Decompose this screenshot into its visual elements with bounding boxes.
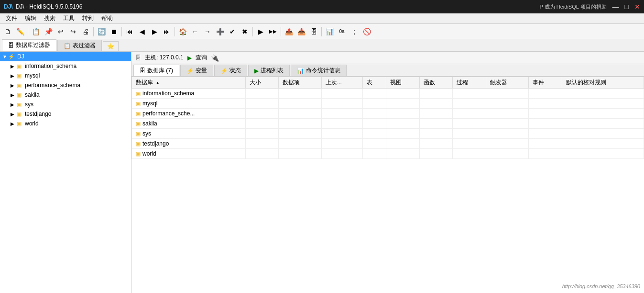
right-top-bar: 🗄 主机: 127.0.0.1 ▶ 查询 🔌: [131, 52, 644, 64]
col-triggers[interactable]: 触发器: [486, 77, 529, 89]
toolbar-run-sel-btn[interactable]: ▶▶: [267, 26, 279, 37]
col-tables[interactable]: 表: [363, 77, 386, 89]
right-tab-status[interactable]: ⚡ 状态: [214, 65, 247, 76]
col-funcs[interactable]: 函数: [419, 77, 452, 89]
table-row[interactable]: ▣world: [132, 149, 644, 159]
toolbar-chart-btn[interactable]: 📊: [324, 26, 335, 37]
toolbar-stop-btn[interactable]: ⏹: [108, 26, 120, 37]
right-tab-variables[interactable]: ⚡ 变量: [180, 65, 213, 76]
tab-table-filter[interactable]: 📋 表过滤器: [57, 40, 102, 51]
tree-item-sys[interactable]: ▶ ▣ sys: [8, 100, 131, 109]
main-layout: ▼ ⚡ DJ ▶ ▣ information_schema ▶ ▣ mysql …: [0, 52, 644, 293]
tree-item-information-schema[interactable]: ▶ ▣ information_schema: [8, 61, 131, 71]
db-data-cell: [486, 139, 529, 149]
toolbar-import-btn[interactable]: 📥: [295, 26, 307, 37]
db-data-cell: [529, 109, 562, 119]
query-label[interactable]: 查询: [196, 54, 207, 62]
toolbar-char-btn[interactable]: 0a: [336, 26, 348, 37]
table-row[interactable]: ▣sakila: [132, 119, 644, 129]
tree-icon-is: ▣: [15, 62, 23, 70]
db-filter-icon: 🗄: [8, 42, 14, 49]
right-tab-processlist[interactable]: ▶ 进程列表: [248, 65, 290, 76]
col-views[interactable]: 视图: [386, 77, 419, 89]
toolbar-prev-btn[interactable]: ◀: [136, 26, 148, 37]
toolbar-back-btn[interactable]: ←: [189, 26, 201, 37]
tree-root-dj[interactable]: ▼ ⚡ DJ: [0, 52, 131, 61]
tree-item-performance-schema[interactable]: ▶ ▣ performance_schema: [8, 80, 131, 90]
close-button[interactable]: ✕: [634, 3, 640, 11]
toolbar-undo-btn[interactable]: ↩: [55, 26, 66, 37]
col-items[interactable]: 数据项: [279, 77, 322, 89]
menu-edit[interactable]: 编辑: [21, 13, 40, 23]
toolbar-cancel-btn[interactable]: 🚫: [361, 26, 372, 37]
db-data-cell: [453, 129, 486, 139]
col-last[interactable]: 上次...: [321, 77, 362, 89]
toolbar-del-btn[interactable]: ✖: [239, 26, 251, 37]
col-collation[interactable]: 默认的校对规则: [562, 77, 644, 89]
toolbar-copy-btn[interactable]: 📋: [30, 26, 42, 37]
tree-icon-dj: ⚡: [8, 53, 15, 60]
toolbar-last-btn[interactable]: ⏭: [161, 26, 173, 37]
table-row[interactable]: ▣sys: [132, 129, 644, 139]
toolbar-fwd-btn[interactable]: →: [202, 26, 213, 37]
db-data-cell: [562, 139, 644, 149]
db-data-cell: [363, 109, 386, 119]
db-data-cell: [562, 149, 644, 159]
table-row[interactable]: ▣testdjango: [132, 139, 644, 149]
menu-file[interactable]: 文件: [2, 13, 21, 23]
toolbar-redo-btn[interactable]: ↪: [67, 26, 79, 37]
left-panel: ▼ ⚡ DJ ▶ ▣ information_schema ▶ ▣ mysql …: [0, 52, 131, 293]
table-row[interactable]: ▣performance_sche...: [132, 109, 644, 119]
toolbar-home-btn[interactable]: 🏠: [177, 26, 188, 37]
maximize-button[interactable]: □: [625, 3, 629, 11]
toolbar-new-btn[interactable]: 🗋: [2, 26, 13, 37]
tree-item-mysql[interactable]: ▶ ▣ mysql: [8, 71, 131, 80]
db-data-cell: [245, 99, 278, 109]
title-bar-left: DJ\ DJ\ - HeidiSQL 9.5.0.5196: [4, 3, 82, 10]
tree-item-testdjango[interactable]: ▶ ▣ testdjango: [8, 109, 131, 119]
db-data-cell: [486, 99, 529, 109]
menu-goto[interactable]: 转到: [78, 13, 98, 23]
toolbar-check-btn[interactable]: ✔: [227, 26, 238, 37]
right-tab-databases[interactable]: 🗄 数据库 (7): [133, 65, 179, 76]
db-data-cell: [279, 89, 322, 99]
menu-tools[interactable]: 工具: [59, 13, 78, 23]
toolbar-print-btn[interactable]: 🖨: [80, 26, 91, 37]
toolbar-edit-btn[interactable]: ✏️: [14, 26, 26, 37]
toolbar-export-btn[interactable]: 📤: [283, 26, 295, 37]
minimize-button[interactable]: —: [612, 3, 619, 11]
db-data-cell: [386, 139, 419, 149]
toolbar-add-btn[interactable]: ➕: [214, 26, 226, 37]
toolbar-paste-btn[interactable]: 📌: [43, 26, 54, 37]
tree-icon-mysql: ▣: [15, 72, 23, 79]
tree-item-world[interactable]: ▶ ▣ world: [8, 119, 131, 128]
sort-arrow-db: ▲: [155, 80, 160, 85]
menu-help[interactable]: 帮助: [98, 13, 117, 23]
col-procs[interactable]: 过程: [453, 77, 486, 89]
menu-search[interactable]: 搜索: [40, 13, 59, 23]
db-data-cell: [419, 99, 452, 109]
col-size[interactable]: 大小: [245, 77, 278, 89]
col-events[interactable]: 事件: [529, 77, 562, 89]
col-database[interactable]: 数据库 ▲: [132, 77, 246, 89]
db-data-cell: [419, 129, 452, 139]
db-data-cell: [453, 99, 486, 109]
right-tab-cmdstats[interactable]: 📊 命令统计信息: [291, 65, 347, 76]
toolbar-first-btn[interactable]: ⏮: [124, 26, 135, 37]
tree-icon-ps: ▣: [15, 81, 23, 89]
tab-db-filter[interactable]: 🗄 数据库过滤器: [2, 39, 56, 51]
db-tab-icon: 🗄: [140, 68, 145, 74]
toolbar-semicolon-btn[interactable]: ;: [349, 26, 360, 37]
db-data-cell: [419, 119, 452, 129]
toolbar-db-btn[interactable]: 🗄: [308, 26, 319, 37]
tree-arrow-dj: ▼: [2, 54, 8, 59]
toolbar-refresh-btn[interactable]: 🔄: [96, 26, 107, 37]
table-row[interactable]: ▣information_schema: [132, 89, 644, 99]
toolbar-next-btn[interactable]: ▶: [149, 26, 160, 37]
db-data-cell: [486, 109, 529, 119]
db-tab-label: 数据库 (7): [147, 67, 173, 75]
tree-item-sakila[interactable]: ▶ ▣ sakila: [8, 90, 131, 100]
table-row[interactable]: ▣mysql: [132, 99, 644, 109]
toolbar-run-btn[interactable]: ▶: [255, 26, 266, 37]
tab-favorites[interactable]: ⭐: [103, 41, 119, 51]
